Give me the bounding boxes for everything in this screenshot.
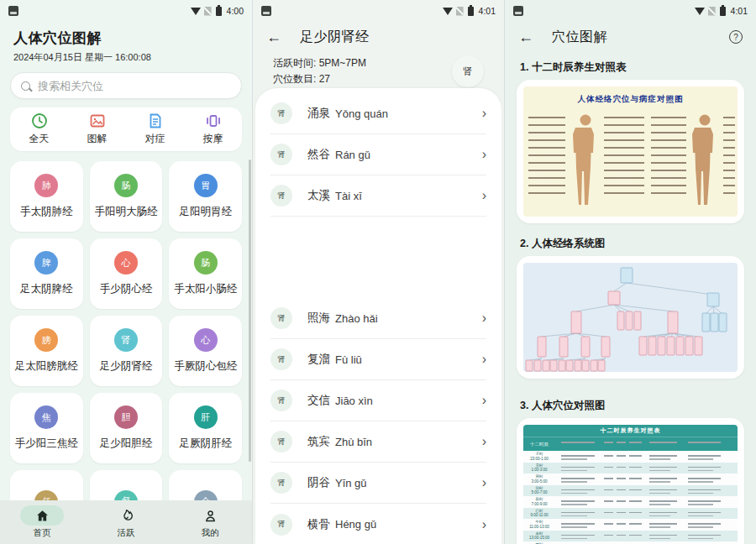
meridian-label: 手厥阴心包经 [174, 359, 237, 374]
meridian-acupoint-chart-image: 人体经络穴位与病症对照图 [523, 86, 738, 217]
kidney-badge: 肾 [270, 102, 292, 124]
chevron-right-icon: › [482, 394, 486, 407]
page-title: 穴位图解 [552, 29, 607, 46]
meridian-card-liver[interactable]: 肝足厥阴肝经 [169, 393, 242, 463]
active-time: 活跃时间: 5PM~7PM [273, 55, 366, 71]
meridian-card-small-intestine[interactable]: 肠手太阳小肠经 [169, 238, 242, 309]
tab-all-day[interactable]: 全天 [10, 107, 68, 151]
chevron-right-icon: › [482, 353, 486, 366]
meridian-label: 手阳明大肠经 [94, 205, 157, 219]
tab-illustrations[interactable]: 图解 [68, 107, 126, 151]
acupoint-row-yongquan[interactable]: 肾涌泉Yǒng quán› [270, 93, 486, 134]
kidney-badge: 肾 [452, 55, 484, 87]
meridian-card-stomach[interactable]: 胃足阳明胃经 [169, 161, 242, 232]
table-row: 子时23:00-1:00 [523, 451, 738, 463]
diagram-card-2[interactable] [517, 256, 744, 379]
acupoint-name: 交信 [307, 393, 330, 408]
current-datetime: 2024年04月15日 星期一 16:00:08 [13, 51, 239, 64]
acupoint-row-taixi[interactable]: 肾太溪Tài xī› [270, 175, 486, 217]
acupoint-row-zhaohai[interactable]: 肾照海Zhào hǎi› [270, 298, 486, 339]
meridian-badge: 脾 [34, 251, 58, 275]
meridian-badge: 肾 [114, 328, 138, 352]
acupoint-pinyin: Rán gǔ [335, 149, 370, 161]
meridian-card-heart[interactable]: 心手少阴心经 [90, 238, 163, 309]
section-heading-1: 1. 十二时辰养生对照表 [520, 60, 741, 75]
clock-icon [31, 112, 48, 129]
acupoint-row-fuliu[interactable]: 肾复溜Fù liū› [270, 339, 486, 380]
chart-image-title: 人体经络穴位与病症对照图 [523, 86, 738, 105]
help-icon[interactable]: ? [729, 30, 743, 44]
chevron-right-icon: › [482, 311, 486, 325]
acupoint-name: 筑宾 [307, 434, 330, 449]
scrollbar[interactable] [249, 160, 251, 462]
meridian-card-spleen[interactable]: 脾足太阴脾经 [10, 238, 83, 309]
body-figure-front [572, 113, 599, 207]
meridian-card-bladder[interactable]: 膀足太阳膀胱经 [10, 316, 83, 386]
kidney-badge: 肾 [270, 514, 292, 536]
chart-label-column [723, 117, 735, 194]
chevron-right-icon: › [482, 107, 486, 120]
chevron-right-icon: › [482, 518, 486, 531]
meridian-badge: 心 [114, 251, 138, 275]
meridian-card-gallbladder[interactable]: 胆足少阳胆经 [90, 393, 163, 463]
tab-label: 图解 [87, 132, 108, 146]
meridian-label: 足阳明胃经 [179, 205, 232, 219]
acupoint-name: 复溜 [307, 352, 330, 367]
meridian-card-triple-burner[interactable]: 焦手少阳三焦经 [10, 393, 83, 463]
search-input[interactable] [38, 80, 231, 92]
table-row: 午时11:00-13:00 [523, 519, 738, 531]
meridian-grid: 肺手太阴肺经 肠手阳明大肠经 胃足阳明胃经 脾足太阴脾经 心手少阴心经 肠手太阳… [10, 161, 242, 541]
kidney-badge: 肾 [270, 472, 292, 494]
acupoint-pinyin: Zhào hǎi [335, 312, 378, 325]
screenshot-composite: 4:00 人体穴位图解 2024年04月15日 星期一 16:00:08 全天 … [0, 0, 756, 544]
chevron-right-icon: › [482, 148, 486, 161]
meridian-system-tree-image [523, 263, 738, 372]
acupoint-row-jiaoxin[interactable]: 肾交信Jiāo xìn› [270, 380, 486, 421]
search-bar[interactable] [10, 72, 242, 99]
acupoint-row-yingu[interactable]: 肾阴谷Yīn gǔ› [270, 463, 486, 504]
nav-home[interactable]: 首页 [0, 500, 84, 544]
kidney-badge: 肾 [270, 144, 292, 165]
meridian-label: 手太阳小肠经 [174, 282, 237, 296]
twelve-hours-table-image: 十二时辰养生对照表 十二时辰 子时23:00-1:00 丑时1:00-3:00 … [523, 425, 738, 544]
meridian-label: 足少阳胆经 [100, 437, 153, 451]
acupoint-row-henggu[interactable]: 肾横骨Héng gǔ› [270, 504, 486, 544]
meridian-card-lung[interactable]: 肺手太阴肺经 [10, 161, 83, 232]
meridian-card-kidney[interactable]: 肾足少阴肾经 [90, 316, 163, 386]
acupoint-row-rangu[interactable]: 肾然谷Rán gǔ› [270, 134, 486, 175]
kidney-badge: 肾 [270, 307, 292, 329]
status-time: 4:01 [479, 6, 496, 16]
status-bar: 4:01 [505, 0, 756, 22]
acupoint-row-zhubin[interactable]: 肾筑宾Zhù bīn› [270, 421, 486, 463]
meridian-badge: 焦 [34, 405, 58, 429]
nav-active[interactable]: 活跃 [84, 500, 168, 544]
table-row: 巳时9:00-11:00 [523, 508, 738, 520]
meridian-tree-diagram [523, 263, 738, 372]
meridian-badge: 膀 [34, 328, 58, 352]
meridian-badge: 胆 [114, 405, 138, 429]
category-tabs: 全天 图解 对症 按摩 [10, 107, 242, 151]
table-card-3[interactable]: 十二时辰养生对照表 十二时辰 子时23:00-1:00 丑时1:00-3:00 … [517, 418, 744, 544]
chart-label-column [528, 117, 565, 194]
back-arrow-icon[interactable]: ← [518, 29, 538, 46]
chart-label-column [651, 117, 686, 194]
tab-massage[interactable]: 按摩 [184, 107, 242, 151]
meridian-badge: 心 [194, 328, 218, 352]
meridian-card-pericardium[interactable]: 心手厥阴心包经 [169, 316, 242, 386]
tab-label: 按摩 [203, 132, 223, 146]
back-arrow-icon[interactable]: ← [266, 29, 286, 46]
table-row: 卯时5:00-7:00 [523, 485, 738, 497]
meridian-card-large-intestine[interactable]: 肠手阳明大肠经 [90, 161, 163, 232]
table-row: 未时13:00-15:00 [523, 531, 738, 542]
meridian-badge: 肠 [194, 251, 218, 275]
nav-profile[interactable]: 我的 [168, 500, 252, 544]
document-icon [147, 112, 164, 129]
meridian-label: 足太阳膀胱经 [15, 359, 78, 374]
meridian-label: 手少阳三焦经 [15, 437, 78, 451]
meridian-badge: 肺 [34, 174, 58, 197]
chart-card-1[interactable]: 人体经络穴位与病症对照图 [517, 80, 744, 223]
table-row: 丑时1:00-3:00 [523, 463, 738, 474]
tab-label: 全天 [29, 132, 50, 146]
tab-symptoms[interactable]: 对症 [126, 107, 184, 151]
table-row: 寅时3:00-5:00 [523, 473, 738, 485]
